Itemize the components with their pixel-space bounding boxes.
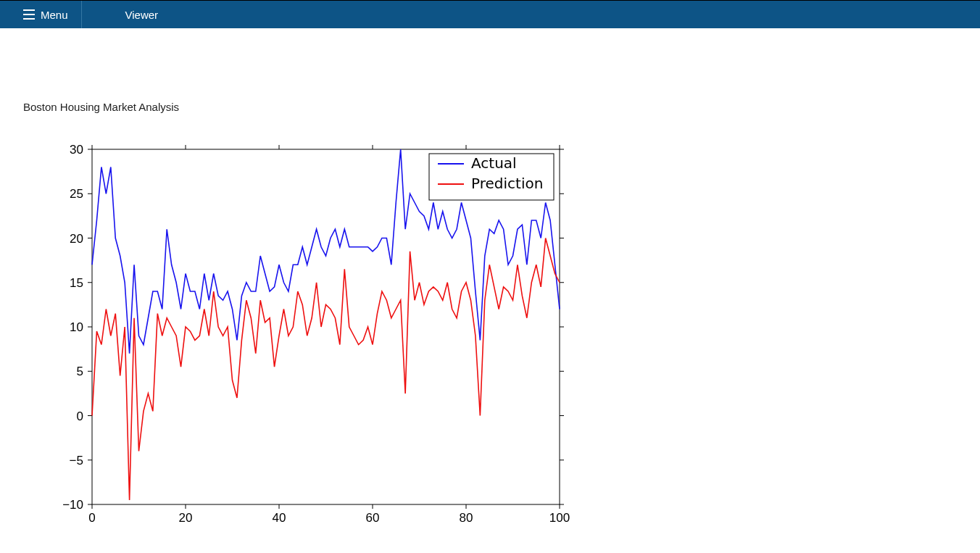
hamburger-icon [23,9,35,20]
svg-text:20: 20 [179,511,193,525]
svg-rect-0 [92,149,560,504]
chart-container: −10−5051015202530020406080100ActualPredi… [23,135,574,541]
svg-text:0: 0 [88,511,95,525]
svg-text:0: 0 [77,409,83,423]
menu-label: Menu [41,9,68,21]
top-bar: Menu Viewer [0,0,980,28]
svg-text:10: 10 [70,320,83,334]
svg-text:100: 100 [549,511,570,525]
menu-button[interactable]: Menu [0,1,81,28]
svg-text:−10: −10 [62,498,83,512]
svg-text:20: 20 [70,232,83,246]
svg-text:5: 5 [77,365,83,378]
svg-text:Actual: Actual [471,154,517,172]
svg-text:60: 60 [366,511,380,525]
page-title: Boston Housing Market Analysis [23,101,980,113]
content-area: Boston Housing Market Analysis −10−50510… [0,28,980,541]
svg-text:80: 80 [460,511,473,525]
svg-text:−5: −5 [70,454,83,467]
svg-text:15: 15 [70,276,83,290]
svg-text:40: 40 [273,511,286,525]
viewer-label: Viewer [82,9,202,21]
svg-text:30: 30 [70,143,83,157]
svg-text:Prediction: Prediction [471,175,543,192]
line-chart: −10−5051015202530020406080100ActualPredi… [23,135,574,541]
svg-text:25: 25 [70,187,83,201]
